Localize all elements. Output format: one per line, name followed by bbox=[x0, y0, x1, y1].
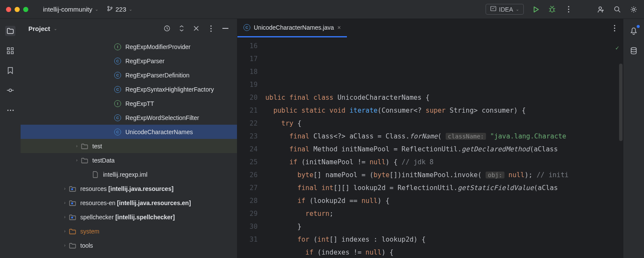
inspection-ok-icon[interactable]: ✓ bbox=[616, 41, 619, 54]
folder-icon bbox=[68, 241, 77, 250]
project-panel: Project ⌄ IRegExpMo bbox=[21, 19, 237, 258]
tree-item[interactable]: ›tools bbox=[21, 238, 237, 252]
branch-icon bbox=[107, 6, 113, 13]
project-selector[interactable]: intellij-community ⌄ bbox=[40, 4, 101, 15]
tree-item[interactable]: CRegExpParser bbox=[21, 54, 237, 68]
svg-point-1 bbox=[108, 9, 109, 11]
tree-item[interactable]: IRegExpTT bbox=[21, 96, 237, 111]
tree-label: testData bbox=[92, 157, 115, 164]
tree-item[interactable]: CRegExpSyntaxHighlighterFactory bbox=[21, 82, 237, 96]
debug-button[interactable] bbox=[548, 5, 556, 14]
tree-label: RegExpSyntaxHighlighterFactory bbox=[125, 86, 214, 93]
chevron-down-icon: ⌄ bbox=[95, 7, 98, 12]
svg-rect-8 bbox=[7, 48, 9, 50]
svg-point-12 bbox=[9, 89, 12, 92]
module-icon bbox=[68, 213, 77, 221]
project-panel-header: Project ⌄ bbox=[21, 19, 237, 38]
class-icon: C bbox=[113, 114, 122, 122]
panel-options-icon[interactable] bbox=[207, 25, 215, 32]
vcs-branch-selector[interactable]: 223 ⌄ bbox=[104, 4, 135, 15]
editor-tab[interactable]: C UnicodeCharacterNames.java × bbox=[237, 19, 347, 37]
tree-item[interactable]: ›resources-en [intellij.java.resources.e… bbox=[21, 196, 237, 210]
minimize-window[interactable] bbox=[15, 7, 20, 12]
class-icon: C bbox=[113, 128, 122, 136]
close-tab-icon[interactable]: × bbox=[337, 24, 341, 31]
svg-point-18 bbox=[631, 48, 636, 50]
code-with-me-icon[interactable] bbox=[597, 5, 605, 14]
settings-icon[interactable] bbox=[629, 5, 638, 14]
select-opened-file-icon[interactable] bbox=[163, 25, 171, 32]
folder-icon bbox=[80, 142, 89, 150]
interface-icon: I bbox=[113, 43, 122, 51]
class-icon: C bbox=[113, 71, 122, 80]
tree-arrow-icon[interactable]: › bbox=[61, 229, 68, 233]
tree-label: resources-en [intellij.java.resources.en… bbox=[80, 200, 191, 206]
tree-arrow-icon[interactable]: › bbox=[61, 243, 68, 248]
panel-title: Project bbox=[28, 25, 50, 32]
tree-item[interactable]: ›system bbox=[21, 224, 237, 238]
project-name: intellij-community bbox=[43, 6, 92, 13]
tree-item[interactable]: ›test bbox=[21, 139, 237, 153]
editor-tab-bar: C UnicodeCharacterNames.java × bbox=[237, 19, 623, 38]
tree-arrow-icon[interactable]: › bbox=[73, 158, 80, 163]
window-controls bbox=[6, 7, 28, 12]
tree-arrow-icon[interactable]: › bbox=[61, 186, 68, 191]
editor-area: C UnicodeCharacterNames.java × 161718192… bbox=[237, 19, 623, 258]
tree-arrow-icon[interactable]: › bbox=[61, 215, 68, 219]
scrollbar-thumb[interactable] bbox=[619, 64, 623, 141]
more-actions[interactable] bbox=[564, 5, 573, 14]
tree-item[interactable]: ›spellchecker [intellij.spellchecker] bbox=[21, 210, 237, 224]
app-icon bbox=[490, 6, 496, 13]
folder-icon bbox=[80, 156, 89, 165]
folder-orange-icon bbox=[68, 227, 77, 236]
svg-point-0 bbox=[108, 6, 109, 8]
project-tree[interactable]: IRegExpModifierProviderCRegExpParserCReg… bbox=[21, 38, 237, 258]
titlebar: intellij-community ⌄ 223 ⌄ IDEA ⌄ bbox=[0, 0, 644, 19]
tree-item[interactable]: CRegExpWordSelectionFilter bbox=[21, 111, 237, 125]
tree-label: tools bbox=[80, 242, 93, 249]
run-configuration-selector[interactable]: IDEA ⌄ bbox=[486, 4, 524, 15]
class-icon: C bbox=[113, 85, 122, 94]
svg-rect-16 bbox=[71, 203, 73, 204]
editor-body[interactable]: 16171819202122232425262728293031 ✓ ublic… bbox=[237, 38, 623, 258]
tab-label: UnicodeCharacterNames.java bbox=[254, 24, 334, 31]
tree-label: RegExpModifierProvider bbox=[125, 43, 191, 50]
tree-item[interactable]: intellij.regexp.iml bbox=[21, 167, 237, 181]
database-tool-icon[interactable] bbox=[629, 46, 639, 56]
tree-item[interactable]: IRegExpModifierProvider bbox=[21, 40, 237, 54]
structure-tool-icon[interactable] bbox=[5, 46, 15, 56]
tree-arrow-icon[interactable]: › bbox=[61, 200, 68, 205]
minimize-panel-icon[interactable] bbox=[222, 25, 229, 32]
interface-icon: I bbox=[113, 99, 122, 108]
line-gutter[interactable]: 16171819202122232425262728293031 bbox=[237, 38, 265, 258]
svg-rect-11 bbox=[11, 52, 13, 54]
tree-label: test bbox=[92, 143, 102, 150]
chevron-down-icon: ⌄ bbox=[129, 7, 132, 12]
more-tools-icon[interactable] bbox=[5, 105, 15, 115]
svg-rect-10 bbox=[7, 52, 9, 54]
svg-rect-15 bbox=[71, 188, 73, 190]
close-window[interactable] bbox=[6, 7, 11, 12]
commit-tool-icon[interactable] bbox=[5, 85, 15, 95]
maximize-window[interactable] bbox=[23, 7, 28, 12]
tree-item[interactable]: CUnicodeCharacterNames bbox=[21, 125, 237, 139]
tree-item[interactable]: ›testData bbox=[21, 153, 237, 167]
search-icon[interactable] bbox=[613, 5, 622, 14]
code-content[interactable]: ✓ ublic final class UnicodeCharacterName… bbox=[265, 38, 623, 258]
tree-arrow-icon[interactable]: › bbox=[73, 144, 80, 148]
bookmarks-tool-icon[interactable] bbox=[5, 65, 15, 76]
close-panel-icon[interactable] bbox=[192, 25, 200, 32]
tree-label: RegExpTT bbox=[125, 100, 154, 107]
tree-item[interactable]: CRegExpParserDefinition bbox=[21, 68, 237, 82]
chevron-down-icon[interactable]: ⌄ bbox=[54, 26, 57, 31]
notifications-icon[interactable] bbox=[629, 26, 639, 36]
tree-label: RegExpWordSelectionFilter bbox=[125, 114, 199, 121]
tree-item[interactable]: ›resources [intellij.java.resources] bbox=[21, 181, 237, 196]
project-tool-icon[interactable] bbox=[5, 26, 15, 36]
run-button[interactable] bbox=[532, 5, 540, 14]
branch-count: 223 bbox=[115, 6, 126, 13]
expand-collapse-icon[interactable] bbox=[178, 25, 185, 32]
tree-label: resources [intellij.java.resources] bbox=[80, 185, 173, 192]
right-tool-rail bbox=[623, 19, 644, 258]
tab-options-icon[interactable] bbox=[611, 25, 618, 32]
